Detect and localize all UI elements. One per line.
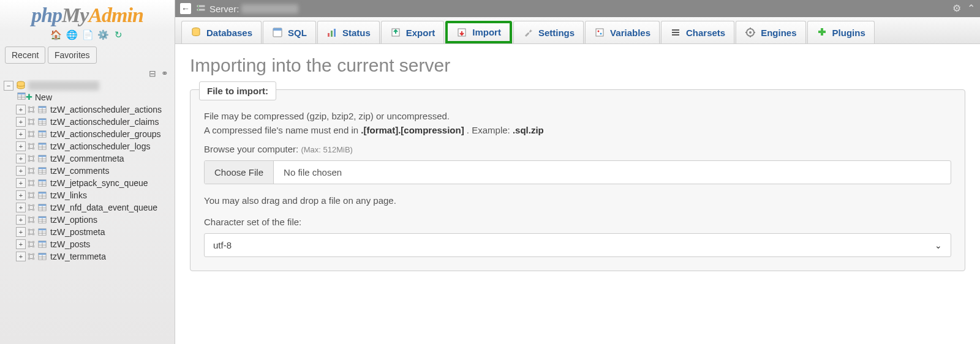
structure-icon[interactable]	[27, 203, 36, 212]
back-button[interactable]: ←	[180, 3, 191, 14]
new-table[interactable]: ✚ New	[4, 92, 175, 102]
svg-rect-20	[28, 123, 31, 125]
collapse-icon[interactable]: −	[4, 81, 13, 91]
structure-icon[interactable]	[27, 118, 36, 126]
collapse-topbar-icon[interactable]: ⌃	[967, 2, 975, 14]
tab-plugins[interactable]: Plugins	[807, 21, 875, 43]
svg-rect-48	[32, 148, 35, 150]
expand-icon[interactable]: +	[16, 227, 26, 237]
structure-icon[interactable]	[27, 130, 36, 138]
table-icon[interactable]	[38, 228, 47, 236]
charset-select[interactable]: utf-8 ⌄	[204, 233, 951, 257]
tab-sql[interactable]: SQL	[263, 21, 316, 43]
expand-icon[interactable]: +	[16, 129, 26, 139]
tab-variables[interactable]: Variables	[585, 21, 660, 43]
table-row[interactable]: +tzW_jetpack_sync_queue	[4, 178, 175, 188]
expand-icon[interactable]: +	[16, 239, 26, 249]
svg-rect-124	[28, 221, 31, 223]
collapse-all-icon[interactable]: ⊟	[149, 69, 156, 78]
svg-rect-2	[18, 93, 25, 95]
tab-label: Engines	[761, 28, 796, 38]
table-icon[interactable]	[38, 215, 47, 224]
wrench-icon	[522, 27, 533, 38]
table-icon[interactable]	[38, 166, 47, 175]
table-icon[interactable]	[38, 130, 47, 138]
structure-icon[interactable]	[27, 252, 36, 261]
table-icon[interactable]	[38, 191, 47, 200]
plugins-icon	[816, 27, 827, 38]
table-row[interactable]: +tzW_termmeta	[4, 252, 175, 261]
table-row[interactable]: +tzW_actionscheduler_claims	[4, 117, 175, 127]
tab-settings[interactable]: Settings	[513, 21, 584, 43]
expand-icon[interactable]: +	[16, 105, 26, 114]
tab-engines[interactable]: Engines	[736, 21, 805, 43]
svg-rect-54	[39, 143, 46, 145]
tab-export[interactable]: Export	[381, 21, 445, 43]
tab-status[interactable]: Status	[317, 21, 380, 43]
tab-label: Export	[406, 28, 435, 38]
table-icon[interactable]	[38, 252, 47, 261]
gear-icon[interactable]: ⚙	[952, 2, 961, 14]
content: Importing into the current server File t…	[175, 44, 980, 344]
recent-button[interactable]: Recent	[5, 47, 45, 64]
table-icon[interactable]	[38, 203, 47, 212]
table-icon[interactable]	[38, 142, 47, 151]
settings-icon[interactable]: ⚙️	[97, 29, 108, 40]
table-row[interactable]: +tzW_options	[4, 215, 175, 225]
table-name: tzW_postmeta	[50, 227, 105, 237]
expand-icon[interactable]: +	[16, 141, 26, 151]
structure-icon[interactable]	[27, 142, 36, 151]
table-row[interactable]: +tzW_posts	[4, 239, 175, 249]
logout-icon[interactable]: 🌐	[66, 29, 77, 40]
reload-icon[interactable]: ↻	[113, 29, 124, 40]
server-label: Server:	[209, 4, 239, 14]
expand-icon[interactable]: +	[16, 166, 26, 176]
structure-icon[interactable]	[27, 215, 36, 224]
db-root[interactable]: − xxxxxxxx	[4, 81, 175, 91]
svg-rect-113	[32, 209, 35, 211]
table-row[interactable]: +tzW_actionscheduler_logs	[4, 141, 175, 151]
table-row[interactable]: +tzW_comments	[4, 166, 175, 176]
choose-file-button[interactable]: Choose File	[205, 161, 274, 184]
expand-icon[interactable]: +	[16, 252, 26, 261]
table-row[interactable]: +tzW_nfd_data_event_queue	[4, 203, 175, 212]
table-row[interactable]: +tzW_postmeta	[4, 227, 175, 237]
structure-icon[interactable]	[27, 166, 36, 175]
table-icon[interactable]	[38, 105, 47, 114]
expand-icon[interactable]: +	[16, 215, 26, 225]
structure-icon[interactable]	[27, 105, 36, 114]
table-icon[interactable]	[38, 240, 47, 249]
structure-icon[interactable]	[27, 154, 36, 163]
structure-icon[interactable]	[27, 179, 36, 187]
tab-import[interactable]: Import	[445, 21, 512, 43]
expand-icon[interactable]: +	[16, 154, 26, 163]
svg-rect-149	[28, 241, 31, 244]
link-icon[interactable]: ⚭	[161, 69, 168, 78]
svg-rect-138	[32, 229, 35, 231]
svg-rect-99	[32, 192, 35, 195]
table-row[interactable]: +tzW_links	[4, 190, 175, 200]
expand-icon[interactable]: +	[16, 117, 26, 127]
table-row[interactable]: +tzW_actionscheduler_actions	[4, 105, 175, 114]
svg-rect-137	[28, 233, 31, 236]
tab-charsets[interactable]: Charsets	[661, 21, 734, 43]
home-icon[interactable]: 🏠	[50, 29, 61, 40]
structure-icon[interactable]	[27, 191, 36, 200]
table-icon[interactable]	[38, 118, 47, 126]
logo[interactable]: phpMyAdmin	[0, 0, 175, 28]
structure-icon[interactable]	[27, 228, 36, 236]
expand-icon[interactable]: +	[16, 203, 26, 212]
tab-databases[interactable]: Databases	[181, 21, 262, 43]
structure-icon[interactable]	[27, 240, 36, 249]
table-row[interactable]: +tzW_commentmeta	[4, 154, 175, 163]
svg-rect-86	[32, 180, 35, 182]
table-icon[interactable]	[38, 179, 47, 187]
file-input[interactable]: Choose File No file chosen	[204, 160, 951, 184]
expand-icon[interactable]: +	[16, 190, 26, 200]
favorites-button[interactable]: Favorites	[48, 47, 97, 64]
svg-rect-32	[28, 131, 31, 133]
table-row[interactable]: +tzW_actionscheduler_groups	[4, 129, 175, 139]
table-icon[interactable]	[38, 154, 47, 163]
expand-icon[interactable]: +	[16, 178, 26, 188]
docs-icon[interactable]: 📄	[82, 29, 93, 40]
